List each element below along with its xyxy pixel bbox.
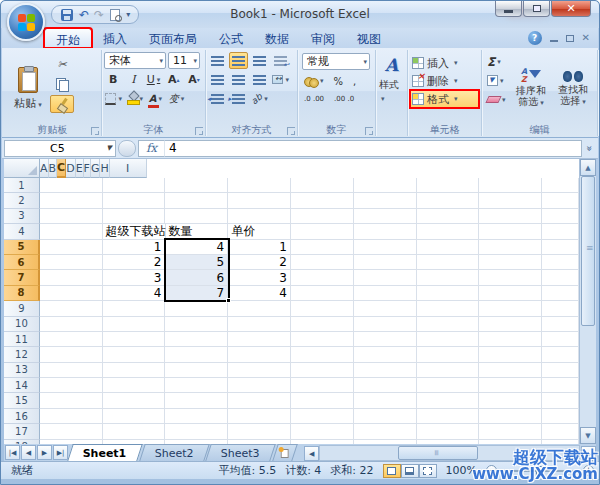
cell-B2[interactable] [103,193,166,208]
cell-C2[interactable] [165,193,228,208]
phonetic-button[interactable]: 变 [167,90,186,107]
align-middle-button[interactable] [229,52,248,69]
cell-H5[interactable] [479,240,542,255]
fill-color-button[interactable] [125,90,144,107]
cell-G13[interactable] [417,363,480,378]
cell-F12[interactable] [354,347,417,362]
cell-E5[interactable] [291,240,354,255]
cell-F9[interactable] [354,301,417,316]
cell-A16[interactable] [40,409,103,424]
format-cells-button[interactable]: 格式 [410,90,479,108]
alignment-dialog-launcher[interactable] [287,127,295,135]
cell-D2[interactable] [228,193,291,208]
cell-B3[interactable] [103,209,166,224]
next-sheet-button[interactable]: ▶ [37,445,52,460]
row-header-3[interactable]: 3 [4,209,40,224]
cell-A17[interactable] [40,424,103,439]
undo-button[interactable]: ↶ [79,9,89,21]
cell-D8[interactable]: 4 [228,286,291,301]
tab-view[interactable]: 视图 [346,28,392,48]
page-break-view-button[interactable] [419,464,437,478]
cell-C3[interactable] [165,209,228,224]
cell-G6[interactable] [417,255,480,270]
font-size-combo[interactable]: 11 [168,52,200,69]
cell-I10[interactable] [542,317,579,332]
cell-I17[interactable] [542,424,579,439]
customize-qat-button[interactable]: ▾ [126,10,130,19]
cell-E15[interactable] [291,393,354,408]
cell-I7[interactable] [542,270,579,285]
cell-F10[interactable] [354,317,417,332]
cell-D12[interactable] [228,347,291,362]
cell-B1[interactable] [103,178,166,193]
sheet-tab-sheet3[interactable]: Sheet3 [206,444,276,461]
italic-button[interactable]: I [124,71,142,88]
cell-F14[interactable] [354,378,417,393]
cell-C1[interactable] [165,178,228,193]
column-header-F[interactable]: F [84,159,91,178]
copy-button[interactable] [50,75,74,93]
select-all-corner[interactable] [4,159,40,178]
align-right-button[interactable] [250,71,269,88]
cell-H10[interactable] [479,317,542,332]
name-box[interactable]: C5 ▼ [4,140,116,157]
cell-I13[interactable] [542,363,579,378]
cell-D16[interactable] [228,409,291,424]
cell-F11[interactable] [354,332,417,347]
row-header-2[interactable]: 2 [4,193,40,208]
merge-center-button[interactable] [271,71,290,88]
cell-D5[interactable]: 1 [228,240,291,255]
paste-button[interactable]: 粘贴 [6,52,50,122]
cell-H7[interactable] [479,270,542,285]
cell-H1[interactable] [479,178,542,193]
cell-G9[interactable] [417,301,480,316]
cell-A11[interactable] [40,332,103,347]
number-format-combo[interactable]: 常规 [302,53,370,70]
row-header-8[interactable]: 8 [4,286,40,301]
column-header-B[interactable]: B [49,159,58,178]
cell-E12[interactable] [291,347,354,362]
column-header-D[interactable]: D [66,159,75,178]
cell-B4[interactable]: 超级下载站 [103,224,166,239]
prev-sheet-button[interactable]: ◀ [21,445,36,460]
cell-I4[interactable] [542,224,579,239]
cell-F4[interactable] [354,224,417,239]
underline-button[interactable]: U [144,71,162,88]
cell-C8[interactable]: 7 [165,286,228,301]
cell-D13[interactable] [228,363,291,378]
borders-button[interactable] [104,90,123,107]
workbook-restore-button[interactable] [566,35,574,42]
cell-F15[interactable] [354,393,417,408]
cell-F2[interactable] [354,193,417,208]
cell-C13[interactable] [165,363,228,378]
font-color-button[interactable]: A [146,90,165,107]
sheet-tab-sheet1[interactable]: Sheet1 [67,444,142,461]
cell-E10[interactable] [291,317,354,332]
scroll-left-button[interactable]: ◀ [304,446,319,461]
cell-D4[interactable]: 单价 [228,224,291,239]
cell-H9[interactable] [479,301,542,316]
scroll-up-button[interactable]: ▲ [580,159,596,176]
cell-B16[interactable] [103,409,166,424]
delete-cells-button[interactable]: 删除 [410,72,479,90]
cell-F7[interactable] [354,270,417,285]
cell-I15[interactable] [542,393,579,408]
cell-A8[interactable] [40,286,103,301]
cell-styles-button[interactable]: A 样式 [378,54,405,104]
row-header-13[interactable]: 13 [4,363,40,378]
cell-H6[interactable] [479,255,542,270]
percent-style-button[interactable]: % [330,73,348,89]
row-header-16[interactable]: 16 [4,409,40,424]
help-button[interactable]: ? [528,31,542,45]
cell-C17[interactable] [165,424,228,439]
cell-A5[interactable] [40,240,103,255]
cell-B9[interactable] [103,301,166,316]
cell-F13[interactable] [354,363,417,378]
vertical-scrollbar[interactable]: ▲ ▼ [579,159,596,444]
cell-B11[interactable] [103,332,166,347]
cell-E6[interactable] [291,255,354,270]
row-header-6[interactable]: 6 [4,255,40,270]
cell-B8[interactable]: 4 [103,286,166,301]
grow-font-button[interactable]: A▴ [165,71,183,88]
scroll-down-button[interactable]: ▼ [580,427,596,444]
